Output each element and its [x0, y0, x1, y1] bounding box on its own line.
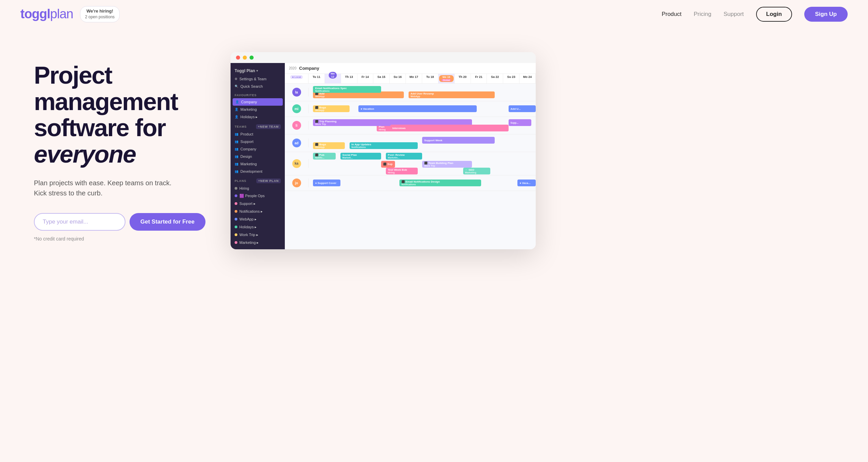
sidebar-item-product[interactable]: 👥 Product — [231, 130, 285, 138]
sidebar-item-development[interactable]: 👥 Development — [231, 168, 285, 175]
heading-line2: management — [34, 88, 178, 115]
sidebar-plan-hiring[interactable]: Hiring — [231, 185, 285, 192]
bar-support-week: Support Week — [422, 137, 495, 144]
nav-pricing[interactable]: Pricing — [694, 11, 711, 18]
row-bars: ⬛ Bugs WebApp In App Updates Notificatio… — [309, 142, 536, 144]
sidebar-plan-marketing[interactable]: Marketing ▸ — [231, 239, 285, 247]
bar-label: Email Notifications Spec Notifications — [315, 87, 347, 92]
bar-inapp: In App Updates Notifications — [350, 142, 418, 149]
plans-label: PLANS +New Plan — [231, 175, 285, 185]
sidebar-plan-worktrip[interactable]: Work Trip ▸ — [231, 231, 285, 239]
new-team-button[interactable]: +New Team — [256, 124, 281, 129]
plan-dot — [235, 241, 237, 244]
team-icon: 👥 — [235, 132, 238, 136]
hero-heading: Project management software for everyone — [34, 62, 210, 168]
date-su23: Su 23 — [503, 74, 519, 83]
hiring-title: We're hiring! — [85, 8, 115, 14]
plan-dot — [235, 202, 237, 205]
sidebar-item-design[interactable]: 👥 Design — [231, 153, 285, 160]
row-bars: ⬛ Add WebApp Add User Revamp WebApp — [309, 91, 536, 93]
sidebar-item-support[interactable]: 👥 Support — [231, 138, 285, 145]
cta-button[interactable]: Get Started for Free — [130, 213, 205, 231]
window-titlebar — [231, 52, 536, 63]
plan-dot — [235, 194, 237, 197]
year-label: 2020 — [289, 66, 296, 70]
sidebar-item-company[interactable]: 👤 Company — [233, 98, 283, 106]
bar-label: ⬛ Email Notifications Design Notificatio… — [401, 180, 440, 186]
sidebar-item-company-team[interactable]: 👥 Company — [231, 145, 285, 153]
archive-label: ARCHIVE (0) — [231, 247, 285, 249]
bar-social: Social Plan Marketi... — [340, 153, 381, 160]
sidebar-settings[interactable]: ⚙ Settings & Team — [231, 75, 285, 83]
plan-dot — [235, 187, 237, 190]
sidebar-plan-holidays[interactable]: Holidays ▸ — [231, 223, 285, 231]
bar-team-building: ⬛ Team Building Plan Work Trip — [422, 161, 472, 168]
chevron-down-icon: ▾ — [256, 69, 258, 72]
sidebar-item-marketing-team[interactable]: 👥 Marketing — [231, 160, 285, 168]
signup-button[interactable]: Sign Up — [804, 7, 848, 22]
hiring-badge[interactable]: We're hiring! 2 open positions — [80, 6, 120, 22]
timeline-body: la ⬛ Add WebApp — [285, 84, 536, 249]
avatar-lisa: li — [285, 121, 309, 130]
new-plan-button[interactable]: +New Plan — [256, 178, 281, 183]
bar-support-cover: ● Support Cover — [313, 180, 340, 186]
heading-line4: everyone — [34, 141, 136, 168]
date-fr14: Fr 14 — [357, 74, 374, 83]
login-button[interactable]: Login — [756, 7, 792, 22]
date-su16: Su 16 — [390, 74, 406, 83]
sidebar-item-marketing-fav[interactable]: 👤 Marketing — [231, 106, 285, 113]
person-icon: 👤 — [235, 100, 239, 104]
logo-toggl: toggl — [20, 7, 50, 21]
nav-right: Product Pricing Support Login Sign Up — [662, 7, 848, 22]
avatar: ad — [292, 139, 301, 147]
bar-vacat2: ● Vaca... — [517, 180, 536, 186]
sidebar-plan-webapp[interactable]: WebApp ▸ — [231, 215, 285, 223]
nav-support[interactable]: Support — [724, 11, 744, 18]
favourites-label: FAVOURITES — [231, 90, 285, 98]
logo-plan: plan — [50, 7, 73, 21]
search-icon: 🔍 — [235, 85, 238, 88]
bar-pub: ⬛ Pub Notific... — [313, 153, 336, 160]
dot-green — [250, 56, 254, 60]
heading-line1: Project — [34, 62, 112, 89]
table-row: la ⬛ Add WebApp — [285, 84, 536, 101]
date-th13: Th 13 — [341, 74, 357, 83]
app-screenshot: Toggl Plan ▾ ⚙ Settings & Team 🔍 Quick S… — [231, 52, 848, 249]
sidebar-app-title[interactable]: Toggl Plan ▾ — [231, 66, 285, 75]
bar-label: ⬛ Trip Planning Work Trip — [315, 120, 336, 125]
nav-product[interactable]: Product — [662, 11, 682, 18]
sidebar-plan-notifications[interactable]: Notifications ▸ — [231, 208, 285, 215]
hero-section: Project management software for everyone… — [0, 28, 868, 282]
avatar-kati: ka — [285, 159, 309, 168]
bar-email: Email Notifications Spec Notifications — [313, 86, 381, 93]
navbar: toggl plan We're hiring! 2 open position… — [0, 0, 868, 28]
row-bars: ⬛ Bugs Webapp ● Vacation Add U... — [309, 107, 536, 110]
sidebar-item-holidays-fav[interactable]: 👤 Holidays ▸ — [231, 113, 285, 121]
bar-bugs2: ⬛ Bugs WebApp — [313, 142, 345, 149]
date-columns: Tu 11 We 12 Th 13 Fr 14 Sa 15 Su 16 Mo 1… — [309, 74, 536, 83]
bar-label: In App Updates Notifications — [352, 143, 371, 148]
table-row: ad ⬛ Bugs WebApp — [285, 134, 536, 152]
date-spacer: ● Local — [285, 74, 309, 83]
table-row: ka ⬛ Pub Notific... — [285, 152, 536, 175]
row-bars: ● Support Cover ⬛ Email Notifications De… — [309, 182, 536, 184]
today-badge: We 12 — [329, 72, 337, 79]
bar-label: ← SEO Marketing — [465, 168, 476, 174]
date-tu18: Tu 18 — [422, 74, 438, 83]
bar-post: Post: Review Marketin... — [386, 153, 422, 160]
bar-support-badge: Supp... — [509, 119, 531, 126]
table-row: li Plan Hiring — [285, 117, 536, 134]
date-th20: Th 20 — [455, 74, 471, 83]
row-bars: Plan Hiring ⬛ Trip Planning Work Trip — [309, 124, 536, 127]
sidebar-plan-support[interactable]: Support ▸ — [231, 200, 285, 208]
sidebar-search[interactable]: 🔍 Quick Search — [231, 83, 285, 90]
email-input[interactable] — [34, 213, 125, 231]
sidebar-plan-peopleops[interactable]: 🟪 People Ops — [231, 192, 285, 200]
bar-label: Post: Review Marketin... — [388, 153, 405, 159]
team-icon: 👥 — [235, 162, 238, 166]
heading-line3: software for — [34, 114, 165, 141]
date-mo24: Mo 24 — [519, 74, 536, 83]
local-badge: ● Local — [290, 75, 302, 79]
no-credit-text: *No credit card required — [34, 236, 210, 241]
logo[interactable]: toggl plan — [20, 7, 73, 21]
